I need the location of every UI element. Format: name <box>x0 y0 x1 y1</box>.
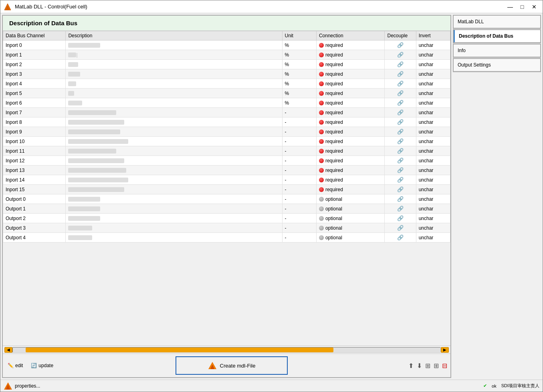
sidebar-tab-output-settings[interactable]: Output Settings <box>453 58 541 72</box>
table-row[interactable]: Inport 4%required🔗unchar <box>3 79 450 89</box>
table-row[interactable]: Inport 3%required🔗unchar <box>3 69 450 79</box>
table-row[interactable]: Outport 2-optional🔗unchar <box>3 214 450 223</box>
col-header-description: Description <box>66 31 282 40</box>
cell-description[interactable] <box>66 185 282 194</box>
edit-button[interactable]: ✏️ edit <box>6 362 24 369</box>
cell-channel: Inport 7 <box>3 108 66 117</box>
cell-decouple[interactable]: 🔗 <box>385 50 416 60</box>
table-row[interactable]: Outport 4-optional🔗unchar <box>3 233 450 242</box>
create-mdl-button[interactable]: Create mdl-File <box>176 356 288 375</box>
cell-description[interactable] <box>66 117 282 127</box>
cell-description[interactable] <box>66 156 282 166</box>
cell-description[interactable] <box>66 40 282 50</box>
insert-row-icon[interactable]: ⊞ <box>434 362 439 370</box>
table-row[interactable]: Inport 7-required🔗unchar <box>3 108 450 117</box>
move-down-icon[interactable]: ⬇ <box>417 362 422 370</box>
table-row[interactable]: Inport 11-required🔗unchar <box>3 146 450 156</box>
decouple-icon: 🔗 <box>397 129 404 135</box>
cell-description[interactable] <box>66 89 282 98</box>
table-row[interactable]: Outport 0-optional🔗unchar <box>3 194 450 204</box>
sidebar-tab-description-data-bus[interactable]: Description of Data Bus <box>453 29 541 43</box>
cell-decouple[interactable]: 🔗 <box>385 60 416 69</box>
cell-decouple[interactable]: 🔗 <box>385 137 416 146</box>
cell-decouple[interactable]: 🔗 <box>385 233 416 242</box>
close-button[interactable]: ✕ <box>529 2 539 12</box>
table-row[interactable]: Inport 12-required🔗unchar <box>3 156 450 166</box>
cell-connection: optional <box>316 223 385 233</box>
scrollbar-thumb[interactable] <box>26 348 333 352</box>
table-row[interactable]: Outport 3-optional🔗unchar <box>3 223 450 233</box>
cell-description[interactable] <box>66 166 282 175</box>
cell-decouple[interactable]: 🔗 <box>385 214 416 223</box>
cell-decouple[interactable]: 🔗 <box>385 156 416 166</box>
cell-decouple[interactable]: 🔗 <box>385 69 416 79</box>
cell-unit: - <box>282 166 316 175</box>
cell-decouple[interactable]: 🔗 <box>385 175 416 185</box>
cell-description[interactable] <box>66 79 282 89</box>
table-row[interactable]: Inport 8-required🔗unchar <box>3 117 450 127</box>
cell-decouple[interactable]: 🔗 <box>385 194 416 204</box>
table-row[interactable]: Inport 15-required🔗unchar <box>3 185 450 194</box>
scrollbar-track[interactable] <box>12 347 441 353</box>
table-row[interactable]: Inport 14-required🔗unchar <box>3 175 450 185</box>
table-body: Inport 0%required🔗uncharInport 1|%requir… <box>3 40 450 242</box>
cell-description[interactable] <box>66 127 282 137</box>
connection-text: required <box>325 62 343 67</box>
cell-description[interactable] <box>66 108 282 117</box>
cell-description[interactable] <box>66 204 282 214</box>
cell-decouple[interactable]: 🔗 <box>385 185 416 194</box>
delete-row-icon[interactable]: ⊟ <box>442 362 447 370</box>
cell-description[interactable] <box>66 137 282 146</box>
cell-decouple[interactable]: 🔗 <box>385 146 416 156</box>
sidebar-tab-info[interactable]: Info <box>453 44 541 58</box>
cell-description[interactable]: | <box>66 50 282 60</box>
table-container[interactable]: Data Bus Channel Description Unit Connec… <box>3 31 450 346</box>
cell-decouple[interactable]: 🔗 <box>385 127 416 137</box>
add-row-icon[interactable]: ⊞ <box>425 362 430 370</box>
table-row[interactable]: Inport 6%required🔗unchar <box>3 98 450 108</box>
connection-text: required <box>325 91 343 96</box>
sidebar-tab-matlab-dll[interactable]: MatLab DLL <box>453 15 541 29</box>
cell-decouple[interactable]: 🔗 <box>385 166 416 175</box>
decouple-icon: 🔗 <box>397 148 404 154</box>
data-bus-table: Data Bus Channel Description Unit Connec… <box>3 31 450 242</box>
cell-description[interactable] <box>66 146 282 156</box>
table-row[interactable]: Inport 1|%required🔗unchar <box>3 50 450 60</box>
table-row[interactable]: Inport 10-required🔗unchar <box>3 137 450 146</box>
cell-decouple[interactable]: 🔗 <box>385 40 416 50</box>
scrollbar-right-arrow[interactable]: ▶ <box>441 347 449 353</box>
cell-decouple[interactable]: 🔗 <box>385 223 416 233</box>
cell-description[interactable] <box>66 214 282 223</box>
move-up-icon[interactable]: ⬆ <box>408 362 414 370</box>
cell-decouple[interactable]: 🔗 <box>385 108 416 117</box>
scrollbar-left-arrow[interactable]: ◀ <box>4 347 12 353</box>
table-row[interactable]: Inport 0%required🔗unchar <box>3 40 450 50</box>
cell-description[interactable] <box>66 175 282 185</box>
cell-invert: unchar <box>416 175 450 185</box>
cell-description[interactable] <box>66 69 282 79</box>
cell-decouple[interactable]: 🔗 <box>385 89 416 98</box>
cell-decouple[interactable]: 🔗 <box>385 79 416 89</box>
cell-channel: Inport 14 <box>3 175 66 185</box>
cell-channel: Outport 1 <box>3 204 66 214</box>
cell-decouple[interactable]: 🔗 <box>385 117 416 127</box>
cell-description[interactable] <box>66 98 282 108</box>
cell-unit: % <box>282 98 316 108</box>
cell-description[interactable] <box>66 223 282 233</box>
table-row[interactable]: Inport 2%required🔗unchar <box>3 60 450 69</box>
decouple-icon: 🔗 <box>397 90 404 96</box>
table-row[interactable]: Inport 13-required🔗unchar <box>3 166 450 175</box>
cell-decouple[interactable]: 🔗 <box>385 204 416 214</box>
table-row[interactable]: Outport 1-optional🔗unchar <box>3 204 450 214</box>
cell-description[interactable] <box>66 194 282 204</box>
cell-connection: required <box>316 156 385 166</box>
maximize-button[interactable]: □ <box>517 2 527 12</box>
cell-description[interactable] <box>66 60 282 69</box>
optional-dot-icon <box>319 216 324 221</box>
minimize-button[interactable]: — <box>505 2 515 12</box>
cell-decouple[interactable]: 🔗 <box>385 98 416 108</box>
update-button[interactable]: 🔄 update <box>29 362 55 369</box>
table-row[interactable]: Inport 9-required🔗unchar <box>3 127 450 137</box>
table-row[interactable]: Inport 5%required🔗unchar <box>3 89 450 98</box>
cell-description[interactable] <box>66 233 282 242</box>
